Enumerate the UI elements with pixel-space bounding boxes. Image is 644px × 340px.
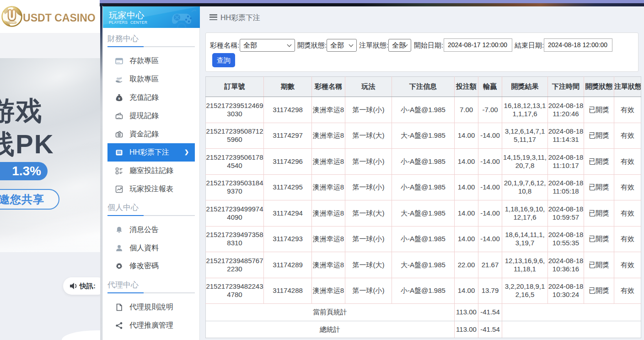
- svg-text:CASINO: CASINO: [8, 22, 16, 24]
- svg-text:¥: ¥: [118, 97, 120, 101]
